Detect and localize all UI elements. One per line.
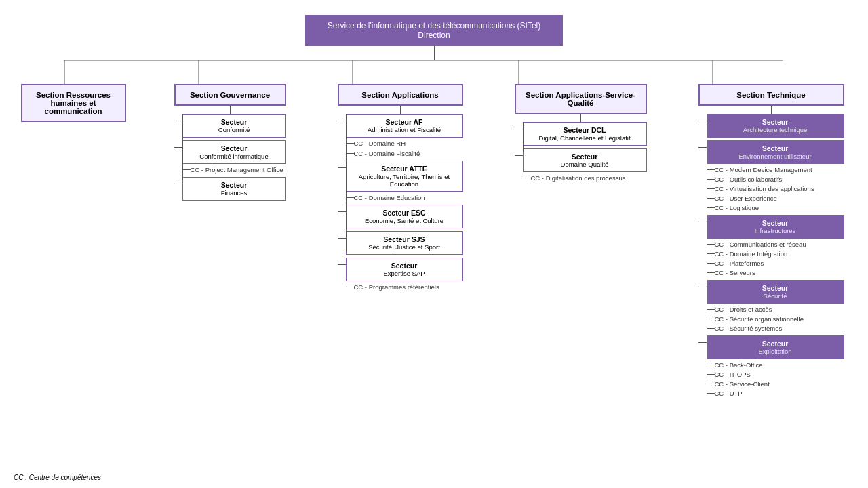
apps-sector-sap: Secteur Expertise SAP CC - Programmes ré… bbox=[338, 258, 463, 291]
sector-af: Secteur AF Administration et Fiscalité bbox=[346, 114, 463, 138]
apps-af-cc-1: CC - Domaine RH bbox=[346, 139, 463, 148]
sector-esc: Secteur ESC Economie, Santé et Culture bbox=[346, 205, 463, 228]
tech-sector-exploit: Secteur Exploitation CC - Back-Office CC… bbox=[698, 336, 844, 398]
footnote: CC : Centre de compétences bbox=[14, 473, 101, 481]
sector-exploit: Secteur Exploitation bbox=[707, 336, 844, 359]
apps-sector-atte: Secteur ATTE Agriculture, Territoire, Th… bbox=[338, 161, 463, 202]
sector-dcl: Secteur DCL Digital, Chancellerie et Lég… bbox=[523, 122, 647, 146]
gov-children: Secteur Conformité Secteur Conformité in… bbox=[174, 114, 286, 203]
apps-sector-sjs: Secteur SJS Sécurité, Justice et Sport bbox=[338, 231, 463, 255]
section-rhc: Section Ressources humaines et communica… bbox=[21, 84, 126, 122]
section-tech-label: Section Technique bbox=[736, 91, 805, 99]
section-rhc-label: Section Ressources humaines et communica… bbox=[36, 91, 111, 115]
org-chart: Service de l'informatique et des télécom… bbox=[0, 0, 868, 488]
tech-v-connector bbox=[771, 106, 772, 114]
root-sublabel: Direction bbox=[418, 30, 450, 40]
apps-v-connector bbox=[400, 106, 401, 114]
gov-sector-2-content: Secteur Conformité informatique CC - Pro… bbox=[182, 140, 286, 174]
apps-atte-cc-1: CC - Domaine Education bbox=[346, 193, 463, 202]
main-columns: Section Ressources humaines et communica… bbox=[7, 60, 861, 401]
asq-children: Secteur DCL Digital, Chancellerie et Lég… bbox=[515, 122, 647, 185]
sector-sap: Secteur Expertise SAP bbox=[346, 258, 463, 281]
col-asq: Section Applications-Service-Qualité Sec… bbox=[511, 84, 650, 401]
sector-conformite-info: Secteur Conformité informatique bbox=[182, 140, 286, 164]
apps-sap-cc-1: CC - Programmes référentiels bbox=[346, 283, 463, 291]
sector-sjs: Secteur SJS Sécurité, Justice et Sport bbox=[346, 231, 463, 255]
tech-children: Secteur Architecture technique Secteur E… bbox=[698, 114, 844, 401]
gov-cc-1-label: CC - Project Management Office bbox=[191, 165, 283, 174]
sector-finances: Secteur Finances bbox=[182, 177, 286, 201]
col-apps: Section Applications Secteur AF Administ… bbox=[332, 84, 468, 401]
sector-secu: Secteur Sécurité bbox=[707, 280, 844, 304]
section-gov-label: Section Gouvernance bbox=[190, 91, 270, 99]
gov-sector-1: Secteur Conformité bbox=[174, 114, 286, 138]
apps-sector-esc: Secteur ESC Economie, Santé et Culture bbox=[338, 205, 463, 228]
sector-atte: Secteur ATTE Agriculture, Territoire, Th… bbox=[346, 161, 463, 192]
apps-children: Secteur AF Administration et Fiscalité C… bbox=[338, 114, 463, 294]
col-gov: Section Gouvernance Secteur Conformité bbox=[171, 84, 290, 401]
section-apps: Section Applications bbox=[338, 84, 463, 106]
gov-v-connector bbox=[230, 106, 231, 114]
sector-conformite-sub: Conformité bbox=[189, 126, 280, 134]
gov-sector-3: Secteur Finances bbox=[174, 177, 286, 201]
tech-sector-arch: Secteur Architecture technique bbox=[698, 114, 844, 138]
asq-sector-qualite: Secteur Domaine Qualité CC - Digitalisat… bbox=[515, 148, 647, 182]
gov-cc-1: CC - Project Management Office bbox=[182, 165, 286, 174]
section-asq-label: Section Applications-Service-Qualité bbox=[526, 91, 635, 107]
section-asq: Section Applications-Service-Qualité bbox=[515, 84, 647, 114]
root-label: Service de l'informatique et des télécom… bbox=[328, 21, 540, 30]
sector-qualite: Secteur Domaine Qualité bbox=[523, 148, 647, 172]
section-tech: Section Technique bbox=[698, 84, 844, 106]
sector-conformite-title: Secteur bbox=[189, 118, 280, 126]
tech-sector-infra: Secteur Infrastructures CC - Communicati… bbox=[698, 215, 844, 277]
asq-qualite-cc-1: CC - Digitalisation des processus bbox=[523, 174, 647, 182]
sector-arch: Secteur Architecture technique bbox=[707, 114, 844, 138]
sector-conformite: Secteur Conformité bbox=[182, 114, 286, 138]
tech-sector-env: Secteur Environnement utilisateur CC - M… bbox=[698, 140, 844, 212]
asq-v-connector bbox=[580, 114, 581, 122]
footnote-text: CC : Centre de compétences bbox=[14, 474, 101, 481]
apps-af-cc-2: CC - Domaine Fiscalité bbox=[346, 149, 463, 158]
section-apps-label: Section Applications bbox=[361, 91, 438, 99]
root-node: Service de l'informatique et des télécom… bbox=[305, 15, 563, 46]
sector-env: Secteur Environnement utilisateur bbox=[707, 140, 844, 164]
col-rhc: Section Ressources humaines et communica… bbox=[19, 84, 127, 401]
asq-sector-dcl: Secteur DCL Digital, Chancellerie et Lég… bbox=[515, 122, 647, 146]
sector-infra: Secteur Infrastructures bbox=[707, 215, 844, 239]
tech-sector-secu: Secteur Sécurité CC - Droits et accès CC… bbox=[698, 280, 844, 333]
apps-sector-af: Secteur AF Administration et Fiscalité C… bbox=[338, 114, 463, 158]
gov-sector-2: Secteur Conformité informatique CC - Pro… bbox=[174, 140, 286, 174]
section-gov: Section Gouvernance bbox=[174, 84, 286, 106]
col-tech: Section Technique Secteur Architecture t… bbox=[693, 84, 849, 401]
